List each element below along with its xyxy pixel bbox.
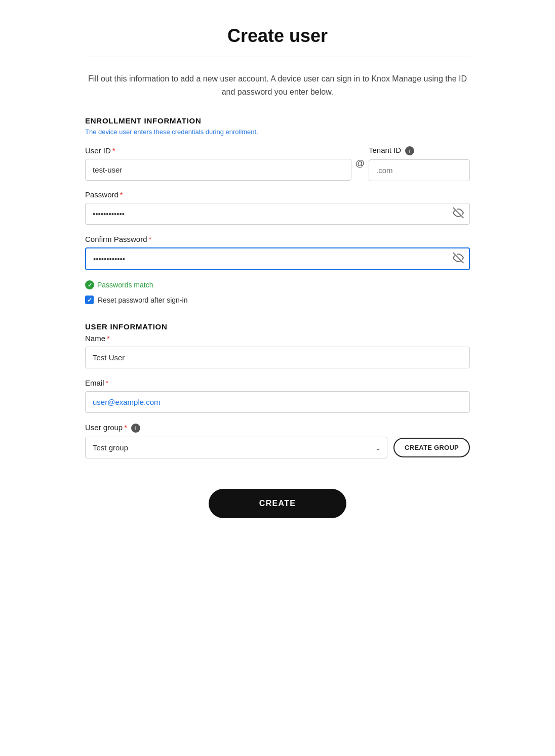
- password-input[interactable]: [85, 203, 470, 225]
- password-label: Password*: [85, 190, 470, 199]
- page-title: Create user: [85, 15, 470, 57]
- footer-area: CREATE: [85, 489, 470, 518]
- create-group-button[interactable]: CREATE GROUP: [393, 438, 470, 457]
- enrollment-section-title: ENROLLMENT INFORMATION: [85, 116, 470, 125]
- reset-password-label: Reset password after sign-in: [98, 296, 187, 304]
- passwords-match-check-icon: ✓: [85, 280, 94, 289]
- user-group-select[interactable]: Test group: [85, 437, 387, 458]
- user-id-row: User ID* @ Tenant ID i: [85, 146, 470, 181]
- tenant-id-label: Tenant ID i: [369, 146, 470, 155]
- name-label: Name*: [85, 334, 470, 343]
- name-field-block: Name*: [85, 334, 470, 368]
- enrollment-section: ENROLLMENT INFORMATION The device user e…: [85, 116, 470, 304]
- password-wrapper: [85, 203, 470, 225]
- user-info-section-title: USER INFORMATION: [85, 322, 470, 331]
- user-id-label: User ID*: [85, 146, 351, 155]
- confirm-password-required-marker: *: [149, 235, 152, 243]
- email-input[interactable]: [85, 391, 470, 413]
- reset-password-checkbox[interactable]: [85, 296, 94, 304]
- user-group-label: User group* i: [85, 423, 470, 433]
- user-id-input[interactable]: [85, 159, 351, 181]
- confirm-password-wrapper: [85, 247, 470, 270]
- email-field-block: Email*: [85, 379, 470, 413]
- password-toggle-button[interactable]: [453, 207, 464, 221]
- title-divider: [85, 57, 470, 57]
- user-group-required-marker: *: [124, 423, 127, 432]
- tenant-id-info-icon[interactable]: i: [405, 146, 414, 155]
- at-sign: @: [355, 158, 365, 169]
- tenant-id-input[interactable]: [369, 159, 470, 181]
- name-input[interactable]: [85, 347, 470, 368]
- name-required-marker: *: [107, 334, 110, 343]
- confirm-password-label: Confirm Password*: [85, 235, 470, 243]
- passwords-match-text: Passwords match: [97, 281, 153, 289]
- email-label: Email*: [85, 379, 470, 387]
- reset-password-row: Reset password after sign-in: [85, 296, 470, 304]
- confirm-password-field-block: Confirm Password*: [85, 235, 470, 270]
- user-group-info-icon[interactable]: i: [131, 424, 140, 433]
- user-id-required-marker: *: [112, 146, 115, 155]
- create-button[interactable]: CREATE: [209, 489, 346, 518]
- user-id-field-wrapper: User ID*: [85, 146, 351, 181]
- user-group-row: Test group ⌄ CREATE GROUP: [85, 437, 470, 458]
- confirm-password-toggle-button[interactable]: [453, 252, 464, 266]
- email-required-marker: *: [106, 379, 109, 387]
- password-required-marker: *: [120, 190, 123, 199]
- password-field-block: Password*: [85, 190, 470, 225]
- group-select-wrapper: Test group ⌄: [85, 437, 387, 458]
- enrollment-section-subtitle: The device user enters these credentials…: [85, 128, 470, 136]
- page-description: Fill out this information to add a new u…: [85, 72, 470, 98]
- user-group-field-block: User group* i Test group ⌄ CREATE GROUP: [85, 423, 470, 458]
- user-info-section: USER INFORMATION Name* Email* User group…: [85, 322, 470, 458]
- confirm-password-input[interactable]: [85, 247, 470, 270]
- tenant-id-field-wrapper: Tenant ID i: [369, 146, 470, 181]
- passwords-match-indicator: ✓ Passwords match: [85, 280, 470, 289]
